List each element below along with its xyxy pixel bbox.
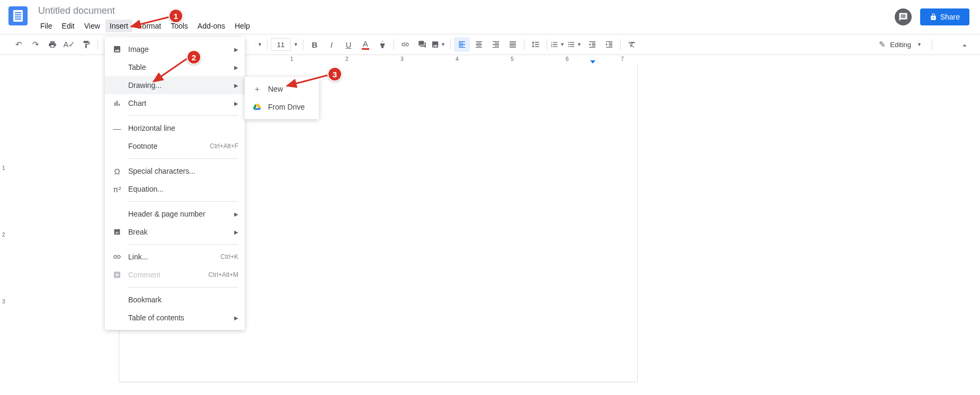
- bulleted-list-icon: [567, 40, 575, 49]
- header-right: Share: [895, 8, 969, 25]
- menu-item-label: Table of contents: [128, 313, 234, 322]
- align-center-button[interactable]: [471, 37, 487, 52]
- insert-menu-dropdown: Image ▶ Table ▶ Drawing... ▶ Chart ▶ — H…: [105, 37, 245, 330]
- menu-edit[interactable]: Edit: [58, 20, 79, 32]
- submenu-arrow-icon: ▶: [234, 83, 238, 88]
- add-comment-icon: [418, 40, 426, 49]
- menu-item-link[interactable]: Link... Ctrl+K: [105, 248, 245, 266]
- ruler-mark: 3: [400, 56, 404, 62]
- vertical-ruler[interactable]: 1 2 3: [0, 65, 13, 382]
- styles-dropdown-arrow[interactable]: ▼: [256, 42, 264, 47]
- separator: [267, 39, 268, 50]
- callout-1: 1: [168, 8, 183, 23]
- drawing-submenu: ＋ New From Drive: [245, 77, 319, 119]
- menu-divider: [128, 287, 238, 288]
- insert-image-toolbar-button[interactable]: ▼: [431, 37, 447, 52]
- undo-button[interactable]: ↶: [11, 37, 26, 52]
- menu-item-shortcut: Ctrl+K: [220, 253, 238, 261]
- menu-item-footnote[interactable]: Footnote Ctrl+Alt+F: [105, 137, 245, 155]
- menu-item-label: Link...: [128, 253, 220, 261]
- comments-button[interactable]: [895, 8, 912, 25]
- menu-item-label: Break: [128, 228, 234, 236]
- editing-mode-button[interactable]: ✎ Editing ▼: [874, 37, 938, 52]
- menu-item-table[interactable]: Table ▶: [105, 58, 245, 76]
- menu-item-label: Special characters...: [128, 167, 238, 175]
- menu-addons[interactable]: Add-ons: [193, 20, 229, 32]
- omega-icon: Ω: [111, 167, 123, 176]
- decrease-indent-icon: [588, 40, 596, 49]
- clear-formatting-button[interactable]: [624, 37, 640, 52]
- lock-icon: [930, 13, 937, 21]
- menu-item-label: Footnote: [128, 142, 210, 150]
- menu-format[interactable]: Format: [133, 20, 165, 32]
- decrease-indent-button[interactable]: [584, 37, 600, 52]
- align-center-icon: [475, 40, 483, 49]
- menu-item-break[interactable]: Break ▶: [105, 223, 245, 241]
- link-icon: [111, 253, 123, 261]
- ruler-mark: 1: [2, 165, 5, 171]
- ruler-mark: 5: [511, 56, 514, 62]
- submenu-arrow-icon: ▶: [234, 315, 238, 321]
- chevron-up-icon: [960, 41, 969, 50]
- docs-logo[interactable]: [8, 6, 28, 25]
- menu-item-comment: Comment Ctrl+Alt+M: [105, 266, 245, 284]
- font-size-input[interactable]: 11: [271, 38, 291, 51]
- bold-button[interactable]: B: [307, 37, 323, 52]
- align-left-icon: [458, 40, 466, 49]
- bulleted-list-button[interactable]: ▼: [567, 37, 583, 52]
- image-icon: [431, 40, 439, 49]
- separator: [394, 39, 394, 50]
- menu-view[interactable]: View: [80, 20, 104, 32]
- menu-item-shortcut: Ctrl+Alt+F: [210, 142, 238, 150]
- image-icon: [111, 45, 123, 53]
- redo-button[interactable]: ↷: [28, 37, 43, 52]
- pi-icon: π²: [111, 185, 123, 194]
- font-size-arrow[interactable]: ▼: [292, 42, 300, 47]
- share-button[interactable]: Share: [920, 8, 969, 25]
- menu-item-horizontal-line[interactable]: — Horizontal line: [105, 119, 245, 137]
- highlight-button[interactable]: [375, 37, 390, 52]
- spellcheck-button[interactable]: A✓: [61, 37, 77, 52]
- menu-divider: [128, 201, 238, 202]
- line-spacing-icon: [531, 40, 540, 49]
- separator: [547, 39, 547, 50]
- menu-item-special-characters[interactable]: Ω Special characters...: [105, 162, 245, 180]
- insert-link-button[interactable]: [397, 37, 413, 52]
- submenu-item-new[interactable]: ＋ New: [245, 80, 319, 98]
- menu-file[interactable]: File: [36, 20, 57, 32]
- increase-indent-button[interactable]: [601, 37, 617, 52]
- menu-item-image[interactable]: Image ▶: [105, 40, 245, 58]
- align-right-icon: [492, 40, 500, 49]
- submenu-arrow-icon: ▶: [234, 65, 238, 70]
- separator: [303, 39, 304, 50]
- insert-comment-button[interactable]: [414, 37, 430, 52]
- menu-help[interactable]: Help: [230, 20, 254, 32]
- paint-format-button[interactable]: [78, 37, 94, 52]
- menu-item-equation[interactable]: π² Equation...: [105, 180, 245, 198]
- align-left-button[interactable]: [454, 37, 470, 52]
- menu-item-chart[interactable]: Chart ▶: [105, 94, 245, 112]
- ruler-mark: 6: [566, 56, 569, 62]
- menu-insert[interactable]: Insert: [105, 20, 132, 32]
- document-title[interactable]: Untitled document: [36, 4, 117, 17]
- menu-item-bookmark[interactable]: Bookmark: [105, 291, 245, 309]
- underline-button[interactable]: U: [341, 37, 357, 52]
- menu-item-label: Image: [128, 45, 234, 53]
- header: Untitled document File Edit View Insert …: [0, 0, 980, 34]
- italic-button[interactable]: I: [324, 37, 340, 52]
- line-spacing-button[interactable]: [528, 37, 544, 52]
- ruler-mark: 2: [345, 56, 349, 62]
- align-right-button[interactable]: [488, 37, 504, 52]
- menu-item-label: Bookmark: [128, 295, 238, 304]
- numbered-list-button[interactable]: ▼: [550, 37, 566, 52]
- collapse-button[interactable]: [958, 39, 972, 52]
- menu-item-header-page-number[interactable]: Header & page number ▶: [105, 205, 245, 223]
- text-color-button[interactable]: A: [358, 37, 373, 52]
- right-indent-marker[interactable]: [590, 60, 595, 64]
- submenu-item-from-drive[interactable]: From Drive: [245, 98, 319, 116]
- align-justify-button[interactable]: [505, 37, 521, 52]
- menu-item-drawing[interactable]: Drawing... ▶: [105, 76, 245, 94]
- menu-item-table-of-contents[interactable]: Table of contents ▶: [105, 309, 245, 327]
- print-button[interactable]: [44, 37, 60, 52]
- menu-divider: [128, 244, 238, 245]
